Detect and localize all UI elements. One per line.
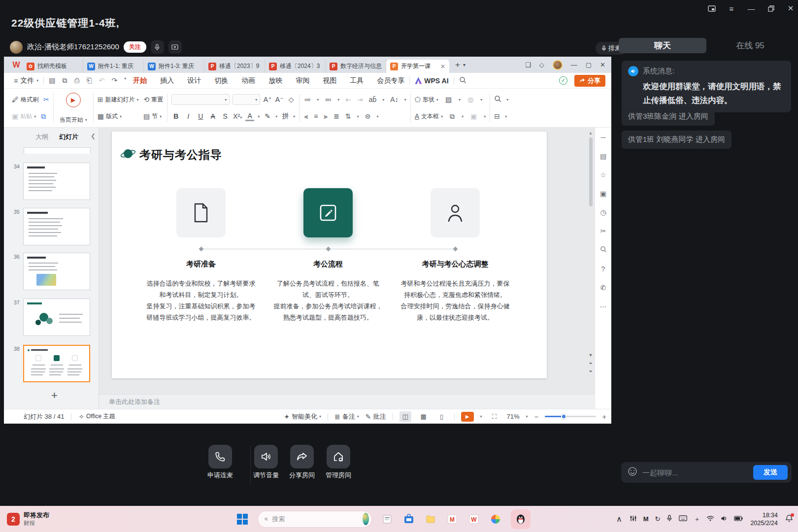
pinyin-icon[interactable]: 拼 <box>281 112 290 121</box>
doc-tab-ppt-2024[interactable]: P移通〔2024〕3 <box>265 60 326 73</box>
slide-thumb-37[interactable] <box>23 299 90 336</box>
sorter-view-button[interactable]: ▦ <box>418 411 430 422</box>
reading-view-button[interactable]: ▯ <box>436 411 448 422</box>
store-icon[interactable] <box>402 513 415 526</box>
clear-format-icon[interactable]: ◇ <box>287 96 296 103</box>
minimize-icon[interactable]: — <box>747 4 756 13</box>
highlight-icon[interactable]: ✎ <box>263 112 272 120</box>
scroll-up-icon[interactable]: ▲ <box>588 131 594 135</box>
slide-page[interactable]: 考研与考公指导 <box>112 132 547 378</box>
search-highlight-image[interactable] <box>363 513 369 525</box>
doc-tab-word-2[interactable]: W附件1-3: 重庆 <box>144 60 204 73</box>
volume-button[interactable] <box>254 445 278 468</box>
canvas-scrollbar[interactable]: ▲ ▼ ⏶ ⏷ <box>588 131 594 374</box>
slide-thumb-35[interactable] <box>23 208 90 245</box>
next-slide-icon[interactable]: ⏷ <box>589 369 592 374</box>
follow-button[interactable]: 关注 <box>124 41 146 53</box>
smart-beautify-button[interactable]: ✦智能美化▾ <box>284 412 321 421</box>
restore-icon[interactable] <box>766 4 775 13</box>
ribbon-search-icon[interactable] <box>459 76 466 85</box>
slide-thumb-34[interactable] <box>23 163 90 200</box>
new-slide-button[interactable]: ⊞新建幻灯片▾ <box>98 96 139 104</box>
tray-battery-icon[interactable] <box>734 515 743 523</box>
format-painter-button[interactable]: 🖉格式刷 <box>12 96 38 104</box>
shadow-icon[interactable]: S <box>221 112 230 120</box>
align-center-icon[interactable]: ≡ <box>314 112 318 120</box>
pane-collapse-icon[interactable]: ─ <box>601 133 606 141</box>
tab-list-caret-icon[interactable]: ▾ <box>463 62 466 67</box>
doc-check-icon[interactable]: ✓ <box>559 76 567 85</box>
slide-thumb-partial[interactable] <box>24 147 91 154</box>
undo-icon[interactable]: ↶ <box>99 76 105 85</box>
tab-outline[interactable]: 大纲 <box>35 133 48 141</box>
paste-button[interactable]: ▣粘贴▾ <box>12 112 36 121</box>
tray-plus-icon[interactable]: ＋ <box>694 515 700 524</box>
pane-history-icon[interactable]: ◷ <box>600 208 606 216</box>
copy-icon[interactable]: ⧉ <box>41 112 46 121</box>
doc-tab-ppt-2023[interactable]: P移通〔2023〕9 <box>204 60 265 73</box>
file-menu[interactable]: ≡文件▾ <box>14 76 38 85</box>
export-icon[interactable]: ⧉ <box>62 76 67 85</box>
zoom-in-icon[interactable]: + <box>602 413 606 421</box>
zoom-out-icon[interactable]: − <box>534 413 538 421</box>
menu-slideshow[interactable]: 放映 <box>268 76 282 85</box>
tray-wifi-icon[interactable] <box>706 515 714 523</box>
wps-logo[interactable]: W <box>10 61 23 69</box>
scroll-thumb[interactable] <box>589 137 593 206</box>
layout-button[interactable]: ▦版式▾ <box>98 112 122 121</box>
underline-icon[interactable]: U <box>196 112 205 120</box>
scroll-down-icon[interactable]: ▼ <box>589 353 593 358</box>
vertical-text-icon[interactable]: A↕ <box>390 96 398 103</box>
picture-icon[interactable]: ▨ <box>445 96 452 103</box>
print-preview-icon[interactable]: ⎗ <box>87 76 92 85</box>
strike-icon[interactable]: A <box>208 112 217 120</box>
quickbar-caret-icon[interactable]: ▾ <box>124 76 126 85</box>
fit-slide-button[interactable]: ⛶ <box>489 411 500 422</box>
tab-chat[interactable]: 聊天 <box>619 38 706 53</box>
tray-volume-icon[interactable] <box>721 515 728 523</box>
notification-bell[interactable] <box>785 514 793 524</box>
shapes-button[interactable]: ⬠形状▾ <box>415 96 438 104</box>
zoom-caret-icon[interactable]: ▾ <box>526 414 528 419</box>
para-spacing-icon[interactable]: ⊜ <box>365 112 371 120</box>
pane-help-icon[interactable]: ? <box>601 265 605 273</box>
redo-icon[interactable]: ↷ <box>112 76 118 85</box>
share-room-button[interactable] <box>290 445 314 468</box>
section-button[interactable]: ▤节▾ <box>143 112 162 121</box>
align-left-icon[interactable]: ⫷ <box>304 112 308 121</box>
text-direction-icon[interactable]: ab̄ <box>369 96 377 103</box>
account-avatar[interactable] <box>553 60 563 70</box>
start-button[interactable] <box>236 513 249 526</box>
wps-ai-menu[interactable]: WPS AI <box>415 77 448 85</box>
menu-insert[interactable]: 插入 <box>160 76 174 85</box>
decrease-font-icon[interactable]: A⁻ <box>275 96 284 103</box>
normal-view-button[interactable]: ◫ <box>399 411 411 422</box>
tab-close-icon[interactable]: ✕ <box>440 63 445 70</box>
task-view-icon[interactable] <box>381 513 394 526</box>
pane-search-icon[interactable] <box>600 246 607 254</box>
indent-icon[interactable]: ⇥ <box>357 96 363 103</box>
justify-icon[interactable]: ≣ <box>333 112 339 120</box>
notes-bar[interactable]: 单击此处添加备注 <box>99 394 595 409</box>
play-from-current-icon[interactable]: ▶ <box>66 93 81 107</box>
news-widget[interactable]: 2 即将发布 财报 <box>7 511 81 527</box>
prev-slide-icon[interactable]: ⏶ <box>589 361 592 366</box>
menu-review[interactable]: 审阅 <box>296 76 309 85</box>
chat-message-input[interactable] <box>642 468 753 477</box>
doc-tab-first-lesson-active[interactable]: P开学第一课✕ <box>386 60 449 73</box>
qq-app-icon-active[interactable] <box>511 509 531 529</box>
pane-more-icon[interactable]: ⋯ <box>600 302 607 310</box>
tray-m-icon[interactable]: M <box>643 515 649 523</box>
new-tab-button[interactable]: + <box>455 60 460 70</box>
cut-icon[interactable]: ✂ <box>43 96 49 103</box>
manage-room-button[interactable] <box>327 445 350 468</box>
wps-restore-icon[interactable]: ▢ <box>586 61 592 68</box>
bold-icon[interactable]: B <box>171 112 180 120</box>
doc-tab-digital-economy[interactable]: P数字经济与信息 <box>326 60 386 73</box>
align-right-icon[interactable]: ⫸ <box>324 112 328 121</box>
font-size-select[interactable]: ▾ <box>233 94 260 105</box>
mic-button[interactable] <box>151 40 164 54</box>
italic-icon[interactable]: I <box>184 112 193 120</box>
superscript-icon[interactable]: X²▾ <box>233 112 242 120</box>
menu-member[interactable]: 会员专享 <box>377 76 404 85</box>
